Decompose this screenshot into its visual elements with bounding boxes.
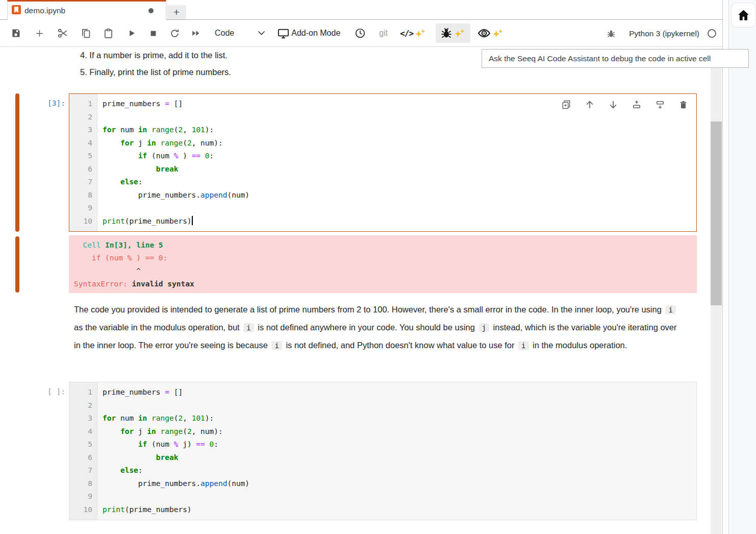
move-cell-down-icon — [608, 100, 618, 110]
side-panel — [728, 0, 756, 534]
new-tab-button[interactable]: + — [167, 5, 186, 19]
duplicate-cell-button[interactable] — [561, 100, 571, 110]
stop-kernel-button[interactable] — [149, 29, 158, 38]
paste-cells-button[interactable] — [103, 28, 114, 39]
line-number-gutter: 12345678910 — [69, 382, 97, 520]
insert-cell-below-icon — [655, 100, 665, 110]
history-button[interactable] — [355, 28, 366, 39]
tab-title: demo.ipynb — [24, 6, 148, 15]
debugger-button[interactable] — [607, 29, 616, 38]
scrollbar-thumb[interactable] — [711, 122, 722, 305]
insert-cell-above-icon — [632, 100, 642, 110]
jupyterlab-window: demo.ipynb + — [0, 0, 756, 534]
notebook-file-icon — [12, 5, 21, 16]
kernel-status-circle — [708, 29, 716, 38]
run-icon — [127, 29, 136, 38]
tooltip-debug-assistant: Ask the Seeq AI Code Assistant to debug … — [482, 49, 749, 68]
clock-icon — [355, 28, 366, 39]
plus-icon: + — [173, 6, 180, 18]
stop-icon — [149, 29, 158, 38]
execution-prompt-empty: [ ]: — [28, 385, 65, 399]
run-all-icon — [190, 29, 201, 38]
sparkle-icon — [415, 28, 426, 39]
cut-cells-button[interactable] — [57, 28, 68, 39]
run-all-button[interactable] — [190, 29, 201, 38]
restart-kernel-icon — [169, 28, 180, 39]
code-cell-active[interactable]: 12345678910 prime_numbers = []for num in… — [69, 93, 697, 232]
unsaved-changes-dot[interactable] — [148, 8, 154, 13]
add-cell-icon — [35, 29, 44, 38]
home-button[interactable] — [732, 3, 755, 27]
error-output: Cell In[3], line 5 if (num % ) == 0: ^Sy… — [69, 235, 697, 293]
sparkle-icon — [454, 28, 466, 39]
cell-type-value: Code — [215, 29, 234, 38]
line-number-gutter: 12345678910 — [69, 94, 97, 231]
copy-cells-button[interactable] — [81, 28, 91, 39]
tab-bar: demo.ipynb + — [0, 0, 723, 20]
save-icon — [11, 28, 21, 38]
home-icon — [737, 8, 750, 22]
git-toolbar-label[interactable]: git — [379, 29, 388, 38]
save-button[interactable] — [11, 28, 21, 38]
explain-assistant-button[interactable] — [477, 27, 504, 40]
bug-icon — [440, 27, 452, 39]
tab-demo-ipynb[interactable]: demo.ipynb — [7, 0, 166, 20]
paste-icon — [103, 28, 114, 39]
error-output-text: Cell In[3], line 5 if (num % ) == 0: ^Sy… — [74, 239, 697, 291]
move-cell-up-button[interactable] — [585, 100, 595, 110]
cell-collapser[interactable] — [15, 93, 19, 232]
copy-icon — [81, 28, 91, 39]
cut-icon — [57, 28, 68, 39]
chevron-down-icon — [258, 29, 265, 38]
addon-mode-button[interactable]: Add-on Mode — [278, 28, 340, 39]
duplicate-cell-icon — [561, 100, 571, 110]
debugger-bug-icon — [607, 29, 616, 38]
code-tag-icon: </> — [400, 29, 413, 38]
markdown-intro-list: 4. If a number is prime, add it to the l… — [80, 47, 231, 81]
restart-kernel-button[interactable] — [169, 28, 180, 39]
main-area-border — [722, 0, 723, 534]
execution-prompt: [3]: — [28, 97, 65, 110]
toolbar-kernel-area: Python 3 (ipykernel) — [607, 20, 716, 47]
move-cell-down-button[interactable] — [608, 100, 618, 110]
eye-icon — [477, 27, 491, 40]
markdown-list-item: 5. Finally, print the list of prime numb… — [80, 64, 231, 81]
sparkle-icon — [492, 28, 504, 39]
code-lines[interactable]: prime_numbers = []for num in range(2, 10… — [97, 94, 696, 231]
kernel-name[interactable]: Python 3 (ipykernel) — [629, 29, 699, 38]
code-assistant-button[interactable]: </> — [400, 28, 426, 39]
markdown-list-item: 4. If a number is prime, add it to the l… — [80, 47, 231, 64]
delete-cell-icon — [678, 100, 688, 110]
cell-type-dropdown[interactable]: Code — [215, 29, 265, 38]
delete-cell-button[interactable] — [678, 100, 688, 110]
notebook-toolbar: Code Add-on Mode git </> — [0, 20, 723, 47]
scrollbar-track[interactable] — [711, 48, 722, 534]
tooltip-text: Ask the Seeq AI Code Assistant to debug … — [489, 54, 711, 63]
addon-mode-label: Add-on Mode — [291, 29, 340, 38]
cell-toolbar — [561, 100, 688, 110]
monitor-icon — [278, 28, 289, 39]
insert-cell-below-button[interactable] — [655, 100, 665, 110]
output-collapser[interactable] — [15, 236, 19, 293]
code-cell-idle[interactable]: 12345678910 prime_numbers = []for num in… — [69, 382, 697, 520]
run-cell-button[interactable] — [127, 29, 136, 38]
insert-cell-above-button[interactable] — [632, 100, 642, 110]
code-lines[interactable]: prime_numbers = []for num in range(2, 10… — [97, 382, 696, 520]
add-cell-button[interactable] — [35, 29, 44, 38]
ai-response-text: The code you provided is intended to gen… — [74, 301, 682, 354]
move-cell-up-icon — [585, 100, 595, 110]
debug-assistant-button[interactable] — [436, 23, 470, 43]
